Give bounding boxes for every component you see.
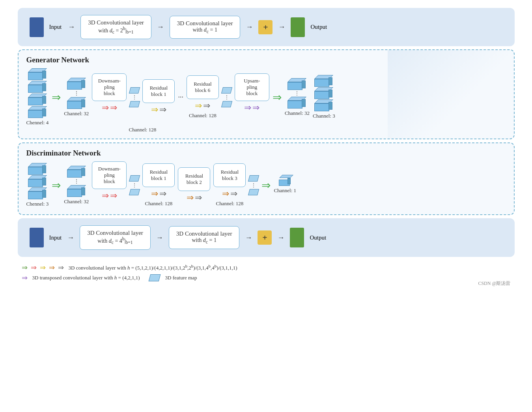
bottom-conv-box-1: 3D Convolutional layer with dc = 4b|b=1: [80, 225, 151, 249]
legend-feat-map-icon: [148, 274, 161, 281]
legend-line1-text: 3D convolutional layer with h = (5,1,2,1…: [69, 264, 237, 271]
gen-out-cubes-1: ⋮ Channel: 32: [285, 78, 310, 116]
gen-arrow-1: ⇒: [52, 91, 61, 104]
gen-res-block-1: Residual block 1 ⇒ ⇒: [142, 79, 175, 115]
disc-res-block-2: Residual block 2 ⇒ ⇒: [178, 167, 210, 203]
disc-cubes-2: ⋮ Channel: 32: [64, 166, 89, 205]
disc-red-arrow-2: ⇒: [110, 191, 117, 201]
bottom-plus-icon: +: [258, 230, 272, 245]
gen-cubes-2: ⋮ Channel: 32: [64, 78, 89, 117]
disc-arrow-2: ⇒: [261, 179, 271, 192]
gen-feat-maps-1: ⋮: [130, 87, 139, 107]
bottom-output-label: Output: [310, 234, 326, 241]
legend-line2-text: 3D transposed convolutional layer with h…: [32, 275, 140, 281]
output-label: Output: [310, 24, 327, 30]
generator-section: Generator Network Chennel: 4 ⇒: [18, 49, 515, 139]
discriminator-title: Discriminator Network: [26, 149, 506, 157]
conv-box-1: 3D Convolutional layer with dc = 2b|b=1: [80, 15, 151, 39]
gen-arrow-2: ⇒: [273, 91, 282, 104]
top-residual-section: Input → 3D Convolutional layer with dc =…: [18, 8, 515, 46]
generator-title: Generator Network: [26, 56, 506, 64]
gen-red-arrow-2: ⇒: [110, 103, 117, 113]
disc-down-block: Downsam- pling block ⇒ ⇒ x: [92, 161, 127, 209]
disc-orange-arrow-2: ⇒: [187, 193, 194, 203]
bottom-conv-box-2: 3D Convolutional layer with dc = 1: [169, 226, 240, 249]
conv-box-2: 3D Convolutional layer with dc = 1: [170, 16, 241, 39]
gen-channel-128-label: Channel: 128: [129, 127, 157, 133]
legend-row-1: ⇒ ⇒ ⇒ ⇒ ⇒ 3D convolutional layer with h …: [22, 263, 511, 272]
disc-orange-arrow-3: ⇒: [222, 189, 229, 199]
discriminator-section: Discriminator Network Chennel: 3 ⇒ ⋮: [18, 142, 515, 215]
legend-row-2: ⇒ 3D transposed convolutional layer with…: [22, 273, 511, 282]
gen-yellow-arrow: ⇒: [151, 105, 158, 115]
bottom-residual-section: Input → 3D Convolutional layer with dc =…: [18, 218, 515, 257]
input-blue-rect: [30, 17, 44, 37]
gen-red-arrow-1: ⇒: [102, 103, 109, 113]
disc-dark-arrow-2: ⇒: [195, 193, 202, 203]
input-label: Input: [49, 24, 62, 30]
arrow1: →: [68, 23, 75, 31]
gen-dark-arrow-2: ⇒: [203, 101, 210, 111]
disc-input-cubes: Chennel: 3: [26, 163, 49, 207]
disc-feat-maps-2: ⋮: [249, 175, 258, 195]
discriminator-content: Chennel: 3 ⇒ ⋮ Channel: 32 Downsam- plin…: [26, 161, 506, 209]
plus-icon: +: [258, 20, 273, 34]
gen-out-cubes-2: Channel: 3: [313, 75, 335, 119]
disc-red-arrow-1: ⇒: [102, 191, 109, 201]
disc-dark-arrow-1: ⇒: [159, 189, 166, 199]
disc-arrow-1: ⇒: [52, 179, 61, 192]
gen-yellow-arrow-2: ⇒: [195, 101, 202, 111]
output-green-rect: [291, 17, 305, 37]
legend-feat-map-label: 3D feature map: [165, 275, 197, 281]
gen-up-block: Upsam- pling block ⇒ ⇒ x: [235, 73, 269, 121]
disc-feat-maps-1: ⋮: [130, 175, 139, 195]
legend-section: ⇒ ⇒ ⇒ ⇒ ⇒ 3D convolutional layer with h …: [18, 261, 515, 286]
disc-orange-arrow: ⇒: [151, 189, 158, 199]
gen-dots: ···: [178, 93, 183, 101]
gen-dark-arrow-1: ⇒: [159, 105, 166, 115]
watermark: CSDN @斯汤雷: [478, 280, 510, 287]
bottom-input-label: Input: [49, 234, 62, 241]
generator-content: Chennel: 4 ⇒ ⋮ Channel: 32 Downsam- plin…: [26, 68, 506, 126]
gen-purple-arrow-2: ⇒: [252, 103, 259, 113]
gen-down-block: Downsam- pling block ⇒ ⇒ x: [92, 73, 127, 121]
bottom-output-rect: [290, 228, 304, 247]
arrow3: →: [246, 23, 253, 31]
disc-res-block-1: Residual block 1 ⇒ ⇒ Channel: 128: [142, 163, 175, 207]
arrow2: →: [157, 23, 164, 31]
arrow4: →: [278, 23, 285, 31]
bottom-input-rect: [30, 228, 44, 247]
gen-input-cubes: Chennel: 4: [26, 68, 49, 126]
gen-res-block-6: Residual block 6 ⇒ ⇒ Channel: 128: [187, 75, 219, 119]
disc-dark-arrow-3: ⇒: [230, 189, 237, 199]
gen-purple-arrow-1: ⇒: [244, 103, 251, 113]
gen-feat-maps-2: ⋮: [222, 87, 231, 107]
disc-out-cube: Channel: 1: [274, 176, 296, 194]
disc-res-block-3: Residual block 3 ⇒ ⇒ Channel: 128: [213, 163, 246, 207]
